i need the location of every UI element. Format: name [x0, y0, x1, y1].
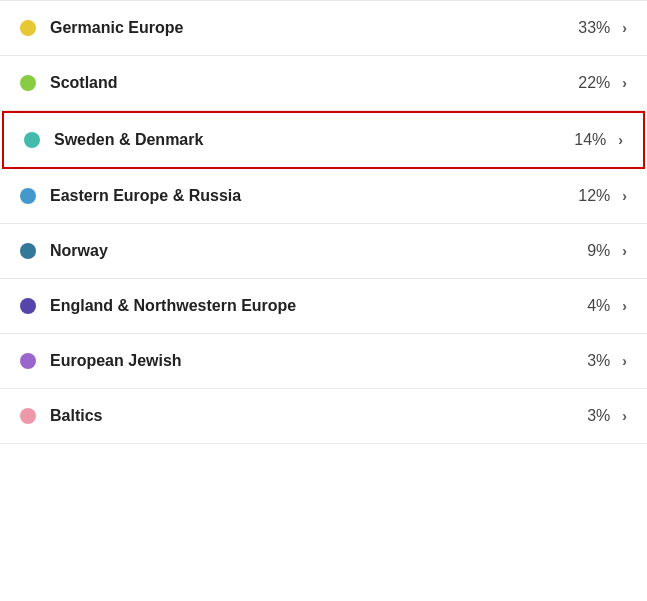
dot-baltics	[20, 408, 36, 424]
list-item-norway[interactable]: Norway 9% ›	[0, 224, 647, 279]
chevron-icon-baltics: ›	[622, 408, 627, 424]
item-percentage-eastern-europe-russia: 12%	[578, 187, 610, 205]
list-item-england-northwestern-europe[interactable]: England & Northwestern Europe 4% ›	[0, 279, 647, 334]
item-label-england-northwestern-europe: England & Northwestern Europe	[50, 297, 587, 315]
list-item-germanic-europe[interactable]: Germanic Europe 33% ›	[0, 0, 647, 56]
dot-sweden-denmark	[24, 132, 40, 148]
right-section-european-jewish: 3% ›	[587, 352, 627, 370]
right-section-germanic-europe: 33% ›	[578, 19, 627, 37]
list-item-european-jewish[interactable]: European Jewish 3% ›	[0, 334, 647, 389]
chevron-icon-eastern-europe-russia: ›	[622, 188, 627, 204]
item-label-norway: Norway	[50, 242, 587, 260]
item-percentage-germanic-europe: 33%	[578, 19, 610, 37]
chevron-icon-sweden-denmark: ›	[618, 132, 623, 148]
item-label-baltics: Baltics	[50, 407, 587, 425]
right-section-baltics: 3% ›	[587, 407, 627, 425]
item-percentage-norway: 9%	[587, 242, 610, 260]
item-label-scotland: Scotland	[50, 74, 578, 92]
list-item-sweden-denmark[interactable]: Sweden & Denmark 14% ›	[2, 111, 645, 169]
item-percentage-sweden-denmark: 14%	[574, 131, 606, 149]
right-section-scotland: 22% ›	[578, 74, 627, 92]
right-section-eastern-europe-russia: 12% ›	[578, 187, 627, 205]
chevron-icon-european-jewish: ›	[622, 353, 627, 369]
item-label-germanic-europe: Germanic Europe	[50, 19, 578, 37]
item-percentage-baltics: 3%	[587, 407, 610, 425]
list-item-scotland[interactable]: Scotland 22% ›	[0, 56, 647, 111]
item-label-sweden-denmark: Sweden & Denmark	[54, 131, 574, 149]
chevron-icon-norway: ›	[622, 243, 627, 259]
chevron-icon-germanic-europe: ›	[622, 20, 627, 36]
list-item-baltics[interactable]: Baltics 3% ›	[0, 389, 647, 444]
dot-norway	[20, 243, 36, 259]
chevron-icon-england-northwestern-europe: ›	[622, 298, 627, 314]
item-label-eastern-europe-russia: Eastern Europe & Russia	[50, 187, 578, 205]
ancestry-list: Germanic Europe 33% › Scotland 22% › Swe…	[0, 0, 647, 444]
right-section-norway: 9% ›	[587, 242, 627, 260]
dot-eastern-europe-russia	[20, 188, 36, 204]
dot-scotland	[20, 75, 36, 91]
dot-england-northwestern-europe	[20, 298, 36, 314]
list-item-eastern-europe-russia[interactable]: Eastern Europe & Russia 12% ›	[0, 169, 647, 224]
dot-european-jewish	[20, 353, 36, 369]
dot-germanic-europe	[20, 20, 36, 36]
item-percentage-european-jewish: 3%	[587, 352, 610, 370]
item-percentage-england-northwestern-europe: 4%	[587, 297, 610, 315]
chevron-icon-scotland: ›	[622, 75, 627, 91]
item-percentage-scotland: 22%	[578, 74, 610, 92]
item-label-european-jewish: European Jewish	[50, 352, 587, 370]
right-section-england-northwestern-europe: 4% ›	[587, 297, 627, 315]
right-section-sweden-denmark: 14% ›	[574, 131, 623, 149]
